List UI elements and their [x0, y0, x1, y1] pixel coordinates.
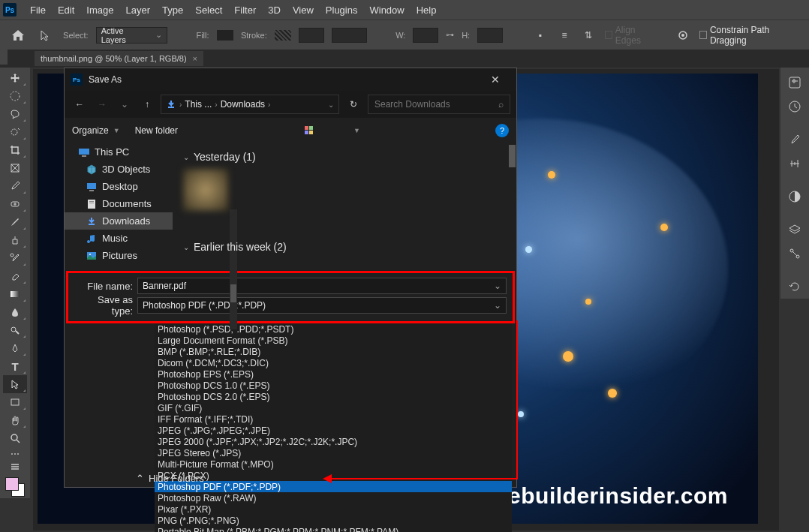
paths-panel-icon[interactable] — [783, 242, 806, 266]
tree-this-pc[interactable]: This PC — [65, 143, 173, 161]
tree-3d-objects[interactable]: 3D Objects — [65, 161, 173, 178]
brush-tool[interactable] — [3, 213, 27, 231]
back-button[interactable]: ← — [71, 95, 89, 113]
scrollbar-thumb[interactable] — [230, 284, 236, 302]
file-type-option[interactable]: Photoshop EPS (*.EPS) — [155, 368, 512, 380]
width-field[interactable] — [413, 28, 438, 43]
search-input[interactable] — [374, 99, 498, 110]
options-icon[interactable]: ⋯ — [3, 447, 27, 461]
clone-tool[interactable] — [3, 231, 27, 249]
file-list[interactable]: ⌄ Yesterday (1) ⌄ Earlier this week (2) — [173, 143, 516, 271]
tree-music[interactable]: Music — [65, 230, 173, 247]
close-icon[interactable]: × — [193, 54, 197, 63]
stroke-swatch[interactable] — [275, 30, 291, 41]
file-type-option[interactable]: JPEG 2000 (*.JPF;*.JPX;*.JP2;*.J2C;*.J2K… — [155, 436, 512, 447]
file-name-input[interactable]: Banner.pdf ⌄ — [137, 278, 507, 294]
file-type-option[interactable]: JPEG Stereo (*.JPS) — [155, 447, 512, 458]
menu-help[interactable]: Help — [411, 5, 443, 16]
file-type-option[interactable]: Dicom (*.DCM;*.DC3;*.DIC) — [155, 357, 512, 368]
stroke-width-field[interactable] — [299, 28, 324, 43]
menu-filter[interactable]: Filter — [228, 5, 262, 16]
refresh-panel-icon[interactable] — [783, 275, 806, 299]
brushes-panel-icon[interactable] — [783, 128, 806, 152]
file-type-option[interactable]: Large Document Format (*.PSB) — [155, 335, 512, 346]
hand-tool[interactable] — [3, 411, 27, 429]
constrain-checkbox[interactable]: Constrain Path Dragging — [699, 25, 801, 46]
menu-select[interactable]: Select — [189, 5, 228, 16]
file-type-option[interactable]: Photoshop (*.PSD;*.PDD;*.PSDT) — [155, 323, 512, 335]
chevron-down-icon[interactable]: ▼ — [353, 127, 360, 134]
type-tool[interactable]: T — [3, 357, 27, 375]
history-brush-tool[interactable] — [3, 249, 27, 267]
healing-tool[interactable] — [3, 195, 27, 213]
menu-type[interactable]: Type — [156, 5, 189, 16]
history-panel-icon[interactable] — [783, 95, 806, 119]
tree-documents[interactable]: Documents — [65, 195, 173, 212]
color-panel-icon[interactable] — [783, 185, 806, 209]
close-icon[interactable]: ✕ — [480, 74, 510, 86]
dodge-tool[interactable] — [3, 321, 27, 339]
magic-wand-tool[interactable] — [3, 123, 27, 141]
help-icon[interactable]: ? — [495, 124, 509, 137]
menu-layer[interactable]: Layer — [120, 5, 157, 16]
file-type-option[interactable]: Photoshop PDF (*.PDF;*.PDP) — [155, 481, 512, 492]
link-icon[interactable]: ⊶ — [446, 30, 454, 40]
eraser-tool[interactable] — [3, 267, 27, 285]
height-field[interactable] — [477, 28, 503, 43]
forward-button[interactable]: → — [93, 95, 111, 113]
tree-downloads[interactable]: Downloads — [65, 212, 173, 230]
gradient-tool[interactable] — [3, 285, 27, 303]
file-type-option[interactable]: Multi-Picture Format (*.MPO) — [155, 458, 512, 470]
group-yesterday[interactable]: ⌄ Yesterday (1) — [183, 151, 506, 163]
blur-tool[interactable] — [3, 303, 27, 321]
dialog-titlebar[interactable]: Ps Save As ✕ — [65, 68, 516, 91]
tree-desktop[interactable]: Desktop — [65, 178, 173, 195]
hide-folders-button[interactable]: ⌃ Hide Folders — [136, 473, 204, 484]
search-box[interactable]: ⌕ — [368, 95, 510, 114]
group-earlier-week[interactable]: ⌄ Earlier this week (2) — [183, 241, 506, 253]
file-type-option[interactable]: BMP (*.BMP;*.RLE;*.DIB) — [155, 346, 512, 357]
file-type-option[interactable]: PNG (*.PNG;*.PNG) — [155, 515, 512, 526]
crop-tool[interactable] — [3, 141, 27, 159]
file-type-option[interactable]: Photoshop DCS 2.0 (*.EPS) — [155, 391, 512, 402]
menu-3d[interactable]: 3D — [262, 5, 287, 16]
file-type-option[interactable]: JPEG (*.JPG;*.JPEG;*.JPE) — [155, 425, 512, 436]
doc-tab[interactable]: thumbnail.png @ 50% (Layer 1, RGB/8) × — [35, 51, 203, 66]
file-type-option[interactable]: IFF Format (*.IFF;*.TDI) — [155, 413, 512, 425]
eyedropper-tool[interactable] — [3, 177, 27, 195]
tree-pictures[interactable]: Pictures — [65, 247, 173, 264]
rectangle-tool[interactable] — [3, 393, 27, 411]
adjustments-panel-icon[interactable] — [783, 152, 806, 176]
organize-button[interactable]: Organize ▼ — [72, 125, 120, 136]
list-scrollbar[interactable] — [508, 143, 516, 271]
menu-image[interactable]: Image — [80, 5, 119, 16]
chevron-down-icon[interactable]: ⌄ — [328, 101, 334, 109]
frame-tool[interactable] — [3, 159, 27, 177]
tool-icon[interactable] — [36, 25, 56, 46]
view-options-icon[interactable] — [304, 125, 317, 136]
stroke-style-field[interactable] — [332, 28, 367, 43]
file-type-option[interactable]: GIF (*.GIF) — [155, 402, 512, 413]
gear-icon[interactable] — [675, 26, 691, 44]
scrollbar-thumb[interactable] — [509, 145, 516, 167]
zoom-tool[interactable] — [3, 429, 27, 447]
menu-window[interactable]: Window — [363, 5, 410, 16]
menu-file[interactable]: File — [24, 5, 52, 16]
file-type-option[interactable]: PCX (*.PCX) — [155, 470, 512, 481]
file-type-option[interactable]: Photoshop DCS 1.0 (*.EPS) — [155, 380, 512, 391]
lasso-tool[interactable] — [3, 105, 27, 123]
chevron-down-icon[interactable]: ⌄ — [494, 300, 501, 311]
chevron-down-icon[interactable]: ⌄ — [494, 281, 501, 291]
move-tool[interactable] — [3, 69, 27, 87]
select-dropdown[interactable]: Active Layers ⌄ — [96, 27, 167, 44]
arrange-icon[interactable]: ⇅ — [580, 26, 597, 44]
align-edges-checkbox[interactable]: Align Edges — [605, 25, 660, 46]
file-thumbnail[interactable] — [183, 169, 228, 211]
home-icon[interactable] — [8, 25, 29, 46]
menu-plugins[interactable]: Plugins — [320, 5, 364, 16]
file-type-option[interactable]: Pixar (*.PXR) — [155, 503, 512, 515]
path-align-icon[interactable]: ≡ — [556, 26, 573, 44]
recent-chevron-icon[interactable]: ⌄ — [116, 95, 134, 113]
file-type-option[interactable]: Portable Bit Map (*.PBM;*.PGM;*.PPM;*.PN… — [155, 526, 512, 532]
layers-panel-icon[interactable] — [783, 218, 806, 242]
